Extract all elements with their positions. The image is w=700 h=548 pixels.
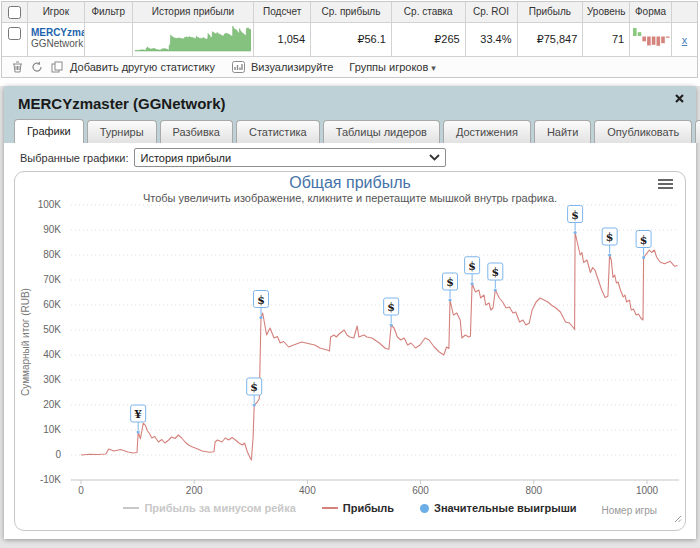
- svg-text:$: $: [387, 301, 395, 314]
- svg-text:$: $: [571, 209, 579, 222]
- chart-selector-row: Выбранные графики: История прибыли: [4, 143, 696, 167]
- count-value: 1,054: [254, 23, 311, 56]
- table-toolbar: Добавить другую статистику Визуализируйт…: [2, 56, 697, 77]
- svg-text:-10K: -10K: [40, 474, 61, 485]
- player-stats-table: Игрок Фильтр История прибыли Подсчет Ср.…: [1, 1, 698, 78]
- chart-menu-icon[interactable]: [658, 179, 673, 191]
- legend-dot-icon: [420, 504, 429, 513]
- avg-stake-value: ₽265: [392, 23, 466, 56]
- chart-select[interactable]: История прибыли: [134, 148, 446, 167]
- remove-row-link[interactable]: x: [682, 34, 688, 46]
- level-value: 71: [583, 23, 630, 56]
- col-form[interactable]: Форма: [630, 2, 672, 22]
- svg-text:60K: 60K: [43, 299, 61, 310]
- tab-analytics[interactable]: Аналитика: [695, 120, 700, 143]
- player-name[interactable]: MERCYzmaster: [31, 27, 84, 38]
- col-avg-stake[interactable]: Ср. ставка: [392, 2, 466, 22]
- svg-text:100K: 100K: [38, 199, 62, 210]
- col-avg-roi[interactable]: Ср. ROI: [466, 2, 518, 22]
- tab-tournaments[interactable]: Турниры: [87, 120, 157, 143]
- svg-text:80K: 80K: [43, 249, 61, 260]
- col-count[interactable]: Подсчет: [254, 2, 311, 22]
- tab-content: Выбранные графики: История прибыли 100K9…: [4, 143, 696, 539]
- svg-text:¥: ¥: [134, 408, 142, 421]
- svg-text:$: $: [446, 276, 454, 289]
- table-row: MERCYzmaster GGNetwork 1,054 ₽56.1 ₽265 …: [2, 22, 697, 56]
- col-profit[interactable]: Прибыль: [518, 2, 584, 22]
- svg-text:90K: 90K: [43, 224, 61, 235]
- chart-select-value: История прибыли: [140, 152, 231, 164]
- sparkline-chart: [135, 24, 252, 53]
- refresh-icon[interactable]: [30, 60, 44, 74]
- tab-breakdown[interactable]: Разбивка: [160, 120, 233, 143]
- svg-text:70K: 70K: [43, 274, 61, 285]
- svg-text:20K: 20K: [43, 399, 61, 410]
- player-groups-dropdown[interactable]: Группы игроков: [349, 61, 436, 73]
- svg-text:$: $: [491, 266, 499, 279]
- row-checkbox[interactable]: [8, 27, 21, 40]
- svg-text:10K: 10K: [43, 424, 61, 435]
- chart-selector-label: Выбранные графики:: [20, 152, 128, 164]
- col-filter[interactable]: Фильтр: [85, 2, 133, 22]
- select-all-checkbox[interactable]: [8, 6, 21, 19]
- player-network: GGNetwork: [31, 38, 84, 49]
- col-profit-history[interactable]: История прибыли: [133, 2, 255, 22]
- svg-text:50K: 50K: [43, 324, 61, 335]
- tab-achievements[interactable]: Достижения: [443, 120, 531, 143]
- panel-tabs: Графики Турниры Разбивка Статистика Табл…: [4, 117, 696, 143]
- select-all-cell: [2, 2, 28, 22]
- legend-label: Значительные выигрыши: [434, 502, 577, 514]
- chart-legend: Прибыль за минусом рейка Прибыль Значите…: [15, 502, 685, 514]
- profit-value: ₽75,847: [518, 23, 584, 56]
- panel-title: MERCYzmaster (GGNetwork): [18, 95, 226, 112]
- profit-chart[interactable]: 100K90K80K70K60K50K40K30K20K10K0-10K0200…: [14, 171, 686, 531]
- legend-item-bigwins[interactable]: Значительные выигрыши: [420, 502, 577, 514]
- copy-icon[interactable]: [50, 60, 64, 74]
- avg-roi-value: 33.4%: [466, 23, 518, 56]
- col-level[interactable]: Уровень: [583, 2, 630, 22]
- chevron-down-icon: [429, 154, 440, 161]
- legend-item-profit[interactable]: Прибыль: [322, 502, 394, 514]
- svg-text:Суммарный итог (RUB): Суммарный итог (RUB): [20, 288, 31, 396]
- svg-text:0: 0: [78, 485, 84, 496]
- row-select-cell: [2, 23, 28, 56]
- tab-publish[interactable]: Опубликовать: [594, 120, 692, 143]
- svg-text:30K: 30K: [43, 374, 61, 385]
- svg-text:1000: 1000: [636, 485, 659, 496]
- trash-icon[interactable]: [10, 60, 24, 74]
- col-player[interactable]: Игрок: [28, 2, 85, 22]
- visualize-icon[interactable]: [231, 60, 245, 74]
- svg-text:40K: 40K: [43, 349, 61, 360]
- col-actions: [672, 2, 697, 22]
- stats-table-header: Игрок Фильтр История прибыли Подсчет Ср.…: [2, 2, 697, 22]
- tab-statistics[interactable]: Статистика: [236, 120, 320, 143]
- player-cell[interactable]: MERCYzmaster GGNetwork: [28, 23, 85, 56]
- add-statistic-button[interactable]: Добавить другую статистику: [70, 61, 215, 73]
- chart-canvas[interactable]: 100K90K80K70K60K50K40K30K20K10K0-10K0200…: [15, 172, 685, 530]
- col-avg-profit[interactable]: Ср. прибыль: [311, 2, 392, 22]
- avg-profit-value: ₽56.1: [311, 23, 392, 56]
- legend-item-rake[interactable]: Прибыль за минусом рейка: [123, 502, 295, 514]
- legend-line-icon: [123, 507, 139, 509]
- player-panel: MERCYzmaster (GGNetwork) Графики Турниры…: [4, 86, 696, 539]
- legend-label: Прибыль: [343, 502, 394, 514]
- remove-cell: x: [672, 23, 697, 56]
- svg-text:$: $: [468, 260, 476, 273]
- close-icon[interactable]: [674, 90, 686, 102]
- visualize-button[interactable]: Визуализируйте: [251, 61, 333, 73]
- filter-cell[interactable]: [85, 23, 133, 56]
- xaxis-title: Номер игры: [601, 505, 657, 516]
- profit-history-sparkline[interactable]: [133, 23, 255, 56]
- tab-leaderboards[interactable]: Таблицы лидеров: [323, 120, 440, 143]
- tab-charts[interactable]: Графики: [14, 119, 84, 143]
- svg-text:400: 400: [299, 485, 316, 496]
- form-minichart: [630, 23, 672, 56]
- svg-text:0: 0: [55, 449, 61, 460]
- svg-text:$: $: [250, 381, 258, 394]
- svg-text:$: $: [257, 294, 265, 307]
- svg-text:800: 800: [525, 485, 542, 496]
- page-background: MERCYzmaster (GGNetwork) Графики Турниры…: [0, 86, 700, 548]
- panel-header: MERCYzmaster (GGNetwork): [4, 86, 696, 117]
- resize-handle-icon[interactable]: [674, 509, 682, 527]
- tab-find[interactable]: Найти: [534, 120, 591, 143]
